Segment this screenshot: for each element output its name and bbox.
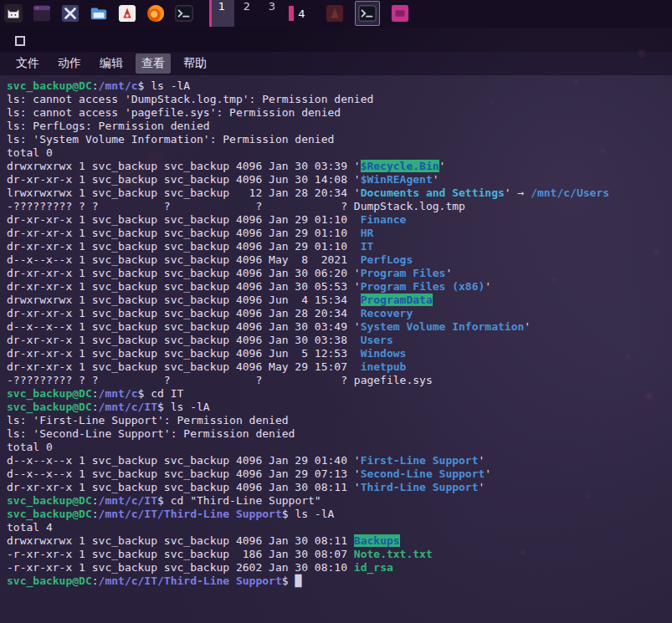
taskbar: 1234 bbox=[0, 0, 672, 28]
menubar: 文件动作编辑查看帮助 bbox=[0, 52, 672, 75]
workspace-3[interactable]: 3 bbox=[259, 0, 285, 27]
terminal-icon[interactable] bbox=[174, 3, 194, 23]
menu-item-4[interactable]: 查看 bbox=[136, 54, 171, 74]
launcher-area bbox=[0, 3, 194, 23]
terminal-line: dr-xr-xr-x 1 svc_backup svc_backup 4096 … bbox=[7, 240, 672, 253]
terminal-line: d--x--x--x 1 svc_backup svc_backup 4096 … bbox=[7, 454, 672, 467]
terminal-line: svc_backup@DC:/mnt/c/IT$ ls -lA bbox=[7, 401, 672, 414]
terminal-line: svc_backup@DC:/mnt/c$ cd IT bbox=[7, 387, 672, 401]
terminal-line: ls: cannot access 'pagefile.sys': Permis… bbox=[7, 106, 672, 120]
terminal-line: lrwxrwxrwx 1 svc_backup svc_backup 12 Ja… bbox=[7, 186, 672, 200]
terminal-line: -r-xr-xr-x 1 svc_backup svc_backup 186 J… bbox=[7, 548, 672, 561]
terminal-window-titlebar bbox=[0, 27, 672, 52]
terminal-window: 文件动作编辑查看帮助 svc_backup@DC:/mnt/c$ ls -lAl… bbox=[0, 27, 672, 623]
terminal-line: -r-xr-xr-x 1 svc_backup svc_backup 2602 … bbox=[7, 561, 672, 574]
terminal-line: dr-xr-xr-x 1 svc_backup svc_backup 4096 … bbox=[7, 481, 672, 494]
terminal-line: ls: PerfLogs: Permission denied bbox=[7, 120, 672, 133]
terminal-line: dr-xr-xr-x 1 svc_backup svc_backup 4096 … bbox=[7, 360, 672, 374]
terminal-line: drwxrwxrwx 1 svc_backup svc_backup 4096 … bbox=[7, 534, 672, 548]
magenta-app-window-icon[interactable] bbox=[388, 2, 412, 25]
terminal-line: -????????? ? ? ? ? ? DumpStack.log.tmp bbox=[7, 200, 672, 213]
terminal-line: drwxrwxrwx 1 svc_backup svc_backup 4096 … bbox=[7, 160, 672, 173]
menu-item-3[interactable]: 编辑 bbox=[94, 54, 129, 74]
workspace-1[interactable]: 1 bbox=[209, 0, 234, 27]
terminal-line: svc_backup@DC:/mnt/c/IT$ cd "Third-Line … bbox=[7, 494, 672, 508]
terminal-line: svc_backup@DC:/mnt/c/IT/Third-Line Suppo… bbox=[7, 508, 672, 521]
terminal-line: total 0 bbox=[7, 146, 672, 160]
xterm-icon[interactable] bbox=[60, 3, 80, 23]
terminal-line: ls: 'System Volume Information': Permiss… bbox=[7, 133, 672, 146]
terminal-line: ls: cannot access 'DumpStack.log.tmp': P… bbox=[7, 93, 672, 106]
terminal-line: d--x--x--x 1 svc_backup svc_backup 4096 … bbox=[7, 320, 672, 334]
terminal-line: svc_backup@DC:/mnt/c/IT/Third-Line Suppo… bbox=[7, 574, 672, 588]
terminal-line: dr-xr-xr-x 1 svc_backup svc_backup 4096 … bbox=[7, 267, 672, 280]
workspace-2[interactable]: 2 bbox=[234, 0, 259, 27]
terminal-line: ls: 'Second-Line Support': Permission de… bbox=[7, 427, 672, 441]
terminal-line: dr-xr-xr-x 1 svc_backup svc_backup 4096 … bbox=[7, 213, 672, 227]
window-icon[interactable] bbox=[15, 36, 25, 46]
terminal-window-icon[interactable] bbox=[355, 1, 380, 26]
file-manager-icon[interactable] bbox=[89, 3, 109, 23]
terminal-line: d--x--x--x 1 svc_backup svc_backup 4096 … bbox=[7, 467, 672, 481]
terminal-line: dr-xr-xr-x 1 svc_backup svc_backup 4096 … bbox=[7, 173, 672, 186]
terminal-line: total 4 bbox=[7, 521, 672, 534]
menu-item-5[interactable]: 帮助 bbox=[177, 54, 213, 74]
red-app-icon[interactable] bbox=[117, 3, 137, 23]
firefox-icon[interactable] bbox=[146, 3, 166, 23]
menu-item-1[interactable]: 文件 bbox=[10, 54, 45, 74]
terminal-line: dr-xr-xr-x 1 svc_backup svc_backup 4096 … bbox=[7, 280, 672, 294]
terminal-output[interactable]: svc_backup@DC:/mnt/c$ ls -lAls: cannot a… bbox=[0, 75, 672, 623]
menu-item-2[interactable]: 动作 bbox=[52, 54, 87, 74]
terminal-line: dr-xr-xr-x 1 svc_backup svc_backup 4096 … bbox=[7, 227, 672, 240]
terminal-line: dr-xr-xr-x 1 svc_backup svc_backup 4096 … bbox=[7, 347, 672, 360]
terminal-line: d--x--x--x 1 svc_backup svc_backup 4096 … bbox=[7, 253, 672, 267]
terminal-line: -????????? ? ? ? ? ? pagefile.sys bbox=[7, 374, 672, 387]
terminal-line: svc_backup@DC:/mnt/c$ ls -lA bbox=[7, 79, 672, 93]
app-window-icon[interactable] bbox=[32, 3, 52, 23]
terminal-line: dr-xr-xr-x 1 svc_backup svc_backup 4096 … bbox=[7, 334, 672, 347]
terminal-line: drwxrwxrwx 1 svc_backup svc_backup 4096 … bbox=[7, 294, 672, 307]
red-app-window-icon[interactable] bbox=[323, 2, 346, 25]
workspace-switcher: 1234 bbox=[209, 0, 310, 27]
terminal-line: ls: 'First-Line Support': Permission den… bbox=[7, 414, 672, 427]
kitty-icon[interactable] bbox=[3, 3, 23, 23]
workspace-4[interactable]: 4 bbox=[285, 0, 310, 27]
terminal-line: total 0 bbox=[7, 441, 672, 454]
terminal-line: dr-xr-xr-x 1 svc_backup svc_backup 4096 … bbox=[7, 307, 672, 320]
window-list bbox=[323, 1, 412, 26]
